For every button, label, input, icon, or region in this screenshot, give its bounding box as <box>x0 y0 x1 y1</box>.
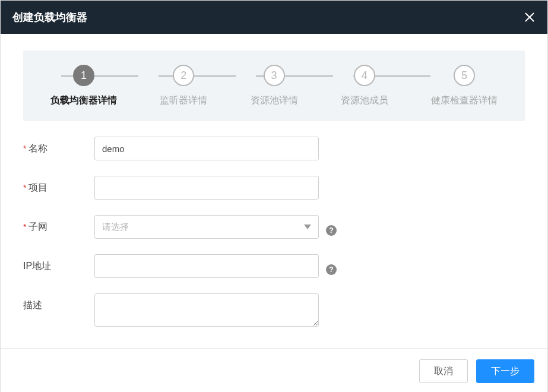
next-button[interactable]: 下一步 <box>476 359 534 383</box>
step-4[interactable]: 4 资源池成员 <box>341 65 388 107</box>
step-label: 资源池成员 <box>341 94 388 107</box>
dialog-body: 1 负载均衡器详情 2 监听器详情 3 资源池详情 4 资源池成员 5 健康检查… <box>1 34 547 327</box>
label-text: IP地址 <box>23 260 51 273</box>
step-number: 2 <box>173 65 194 86</box>
step-number: 3 <box>264 65 285 86</box>
field-project: * 项目 <box>23 176 525 200</box>
step-label: 监听器详情 <box>160 94 207 107</box>
subnet-placeholder: 请选择 <box>102 222 129 233</box>
step-3[interactable]: 3 资源池详情 <box>251 65 298 107</box>
label-text: 描述 <box>23 299 42 312</box>
name-input[interactable] <box>94 137 319 160</box>
dialog-title: 创建负载均衡器 <box>12 10 87 24</box>
subnet-select[interactable]: 请选择 <box>94 215 319 239</box>
help-icon[interactable]: ? <box>326 264 337 275</box>
step-1[interactable]: 1 负载均衡器详情 <box>50 65 117 107</box>
step-indicator: 1 负载均衡器详情 2 监听器详情 3 资源池详情 4 资源池成员 5 健康检查… <box>23 50 525 121</box>
label-ip: IP地址 <box>23 254 94 273</box>
required-mark: * <box>23 222 26 232</box>
step-2[interactable]: 2 监听器详情 <box>160 65 207 107</box>
chevron-down-icon <box>304 225 311 229</box>
label-text: 子网 <box>28 221 47 233</box>
step-label: 负载均衡器详情 <box>50 94 117 107</box>
step-number: 5 <box>454 65 475 86</box>
cancel-button[interactable]: 取消 <box>419 359 468 383</box>
label-text: 名称 <box>28 143 47 155</box>
help-icon[interactable]: ? <box>326 225 337 236</box>
create-lb-dialog: 创建负载均衡器 1 负载均衡器详情 2 监听器详情 3 资源池详情 4 资源池成 <box>0 0 548 392</box>
step-label: 健康检查器详情 <box>431 94 498 107</box>
ip-input[interactable] <box>94 254 319 278</box>
label-desc: 描述 <box>23 293 94 312</box>
label-text: 项目 <box>28 182 47 194</box>
dialog-header: 创建负载均衡器 <box>1 1 547 34</box>
step-label: 资源池详情 <box>251 94 298 107</box>
step-number: 1 <box>73 65 94 86</box>
field-desc: 描述 <box>23 293 525 327</box>
label-project: * 项目 <box>23 176 94 194</box>
required-mark: * <box>23 144 26 153</box>
step-number: 4 <box>354 65 375 86</box>
desc-textarea[interactable] <box>94 293 319 327</box>
field-name: * 名称 <box>23 137 525 160</box>
close-icon[interactable] <box>524 11 536 23</box>
field-subnet: * 子网 请选择 ? <box>23 215 525 239</box>
field-ip: IP地址 ? <box>23 254 525 278</box>
project-input[interactable] <box>94 176 319 200</box>
label-subnet: * 子网 <box>23 215 94 233</box>
step-5[interactable]: 5 健康检查器详情 <box>431 65 498 107</box>
label-name: * 名称 <box>23 137 94 155</box>
dialog-footer: 取消 下一步 <box>1 348 547 392</box>
required-mark: * <box>23 183 26 192</box>
